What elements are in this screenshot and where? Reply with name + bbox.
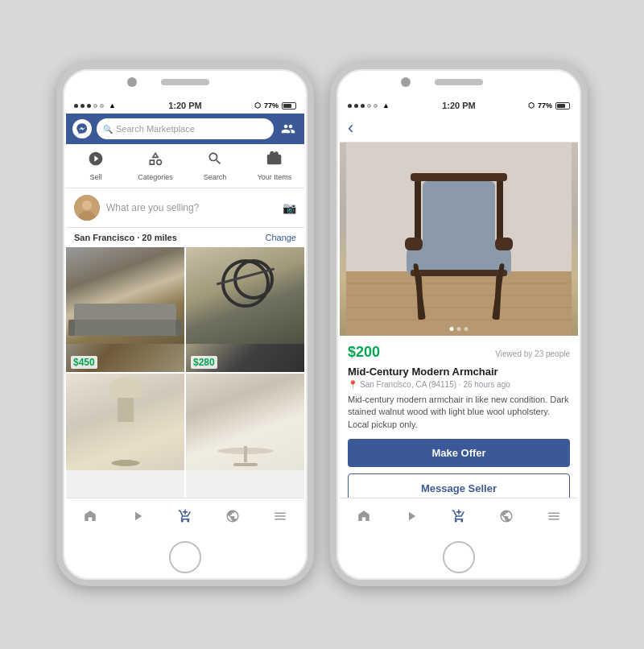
right-phone: ▲ 1:20 PM ⬡ 77% ‹ xyxy=(330,63,588,586)
dot-3 xyxy=(464,327,469,331)
change-location-link[interactable]: Change xyxy=(265,233,296,242)
nav-menu-right[interactable] xyxy=(530,498,578,533)
facebook-header-left: 🔍 Search Marketplace xyxy=(66,114,304,144)
quick-actions-bar: Sell Categories Se xyxy=(66,144,304,188)
product-views: Viewed by 23 people xyxy=(495,349,570,358)
product-price-row: $200 Viewed by 23 people xyxy=(348,344,570,361)
listing-price-sofa: $450 xyxy=(71,356,97,369)
categories-label: Categories xyxy=(138,173,173,181)
phone-camera xyxy=(127,77,137,87)
categories-action[interactable]: Categories xyxy=(126,144,185,188)
product-price: $200 xyxy=(348,344,380,361)
chair-background xyxy=(340,143,578,336)
marketplace-search-bar[interactable]: 🔍 Search Marketplace xyxy=(97,118,274,139)
camera-icon-sell[interactable]: 📷 xyxy=(283,201,296,214)
sell-input-row[interactable]: What are you selling? 📷 xyxy=(66,188,304,228)
status-right-right: ⬡ 77% xyxy=(528,101,570,110)
phone-home-button[interactable] xyxy=(169,541,201,573)
listing-price-bike: $280 xyxy=(191,356,217,369)
nav-home-right[interactable] xyxy=(340,498,387,533)
location-row: San Francisco · 20 miles Change xyxy=(66,228,304,247)
search-icon-left: 🔍 xyxy=(103,125,113,134)
phone-home-button-right[interactable] xyxy=(443,541,475,573)
message-seller-button[interactable]: Message Seller xyxy=(348,473,570,498)
listing-bike[interactable]: $280 xyxy=(186,247,304,372)
signal-dot-r4 xyxy=(367,104,371,108)
sell-placeholder-text: What are you selling? xyxy=(106,202,276,213)
battery-right xyxy=(555,102,570,110)
nav-marketplace-right[interactable] xyxy=(435,498,482,533)
profile-icon-left[interactable] xyxy=(279,119,298,138)
wifi-icon-right: ▲ xyxy=(382,101,390,110)
bottom-nav-left xyxy=(66,498,304,533)
listing-lamp[interactable] xyxy=(66,374,184,498)
left-phone-screen: ▲ 1:20 PM ⬡ 77% xyxy=(66,97,304,533)
sell-label: Sell xyxy=(89,173,101,181)
listings-grid: $450 $280 xyxy=(66,247,304,498)
svg-rect-21 xyxy=(495,238,513,250)
make-offer-button[interactable]: Make Offer xyxy=(348,439,570,467)
signal-dot-r5 xyxy=(374,104,378,108)
signal-dot-2 xyxy=(80,104,85,108)
listing-sofa[interactable]: $450 xyxy=(66,247,184,372)
nav-video-right[interactable] xyxy=(387,498,435,533)
dot-2 xyxy=(457,327,461,331)
nav-globe-right[interactable] xyxy=(483,498,530,533)
back-button[interactable]: ‹ xyxy=(348,118,353,138)
search-action[interactable]: Search xyxy=(185,144,245,188)
signal-area-right: ▲ xyxy=(348,101,390,110)
product-description: Mid-century modern armchair in like new … xyxy=(348,394,570,431)
categories-icon xyxy=(147,151,163,171)
location-text: San Francisco · 20 miles xyxy=(74,233,177,242)
nav-marketplace-left[interactable] xyxy=(161,498,208,533)
dot-1 xyxy=(450,327,454,331)
svg-rect-5 xyxy=(346,271,572,336)
product-location: San Francisco, CA (94115) · 26 hours ago xyxy=(360,380,510,389)
nav-menu-left[interactable] xyxy=(257,498,304,533)
your-items-label: Your Items xyxy=(258,173,292,181)
image-dots xyxy=(450,327,469,331)
nav-globe-left[interactable] xyxy=(209,498,257,533)
left-phone: ▲ 1:20 PM ⬡ 77% xyxy=(56,63,314,586)
sell-action[interactable]: Sell xyxy=(66,144,126,188)
status-time-right: 1:20 PM xyxy=(442,101,476,110)
search-action-icon xyxy=(207,151,223,171)
status-time-left: 1:20 PM xyxy=(168,101,202,110)
messenger-icon[interactable] xyxy=(72,119,92,138)
search-label: Search xyxy=(204,173,227,181)
right-phone-screen: ▲ 1:20 PM ⬡ 77% ‹ xyxy=(340,97,578,533)
your-items-icon xyxy=(266,151,283,171)
battery-percent-left: 77% xyxy=(264,101,279,110)
phones-container: ▲ 1:20 PM ⬡ 77% xyxy=(40,47,604,602)
listing-table[interactable] xyxy=(186,374,304,498)
signal-dot-r1 xyxy=(348,104,352,108)
signal-area: ▲ xyxy=(74,101,116,110)
your-items-action[interactable]: Your Items xyxy=(245,144,304,188)
product-info: $200 Viewed by 23 people Mid-Century Mod… xyxy=(340,336,578,498)
signal-dot-4 xyxy=(93,104,97,108)
nav-home-left[interactable] xyxy=(66,498,114,533)
battery-fill-right xyxy=(557,104,566,108)
chair-illustration xyxy=(340,143,578,336)
status-bar-left: ▲ 1:20 PM ⬡ 77% xyxy=(66,97,304,114)
status-right-left: ⬡ 77% xyxy=(254,101,296,110)
svg-rect-12 xyxy=(411,173,507,181)
user-avatar xyxy=(74,195,100,221)
signal-dot-3 xyxy=(87,104,91,108)
svg-rect-13 xyxy=(423,181,495,254)
signal-dot-1 xyxy=(74,104,78,108)
signal-dot-r3 xyxy=(361,104,365,108)
svg-point-1 xyxy=(82,200,92,210)
svg-rect-15 xyxy=(411,270,507,276)
svg-rect-20 xyxy=(405,238,423,250)
battery-fill-left xyxy=(283,104,292,108)
bottom-nav-right xyxy=(340,498,578,533)
battery-left xyxy=(282,102,296,110)
product-title: Mid-Century Modern Armchair xyxy=(348,366,570,378)
phone-camera-right xyxy=(401,77,411,87)
sell-icon xyxy=(88,151,104,171)
nav-video-left[interactable] xyxy=(114,498,161,533)
search-placeholder: Search Marketplace xyxy=(116,124,195,134)
bluetooth-icon: ⬡ xyxy=(254,101,261,110)
product-meta: 📍 San Francisco, CA (94115) · 26 hours a… xyxy=(348,380,570,389)
